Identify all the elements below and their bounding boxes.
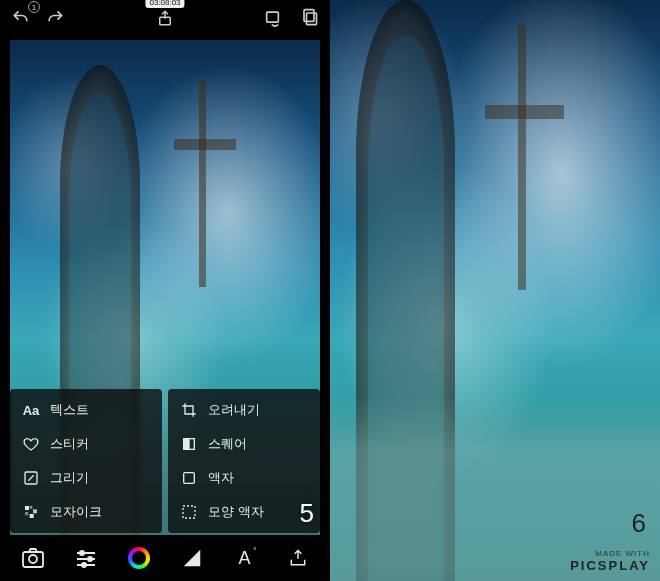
text-aa-icon: Aa xyxy=(22,401,40,419)
page-number-left: 5 xyxy=(300,498,314,529)
menu-item-label: 스티커 xyxy=(50,435,89,453)
svg-point-17 xyxy=(88,557,92,561)
menu-item-label: 스퀘어 xyxy=(208,435,247,453)
timestamp-pill: 03:08:03 xyxy=(145,0,184,8)
top-toolbar-left: 1 xyxy=(10,7,66,29)
page-number-right: 6 xyxy=(632,508,646,539)
svg-rect-8 xyxy=(25,512,28,515)
result-cross-h xyxy=(485,105,564,119)
pencil-icon xyxy=(22,469,40,487)
menu-item-crop[interactable]: 오려내기 xyxy=(168,393,320,427)
svg-rect-12 xyxy=(184,473,195,484)
menu-item-label: 오려내기 xyxy=(208,401,260,419)
svg-point-15 xyxy=(29,555,37,563)
svg-rect-7 xyxy=(33,509,37,513)
result-panel: 6 MADE WITH PICSPLAY xyxy=(330,0,660,581)
menu-item-label: 텍스트 xyxy=(50,401,89,419)
menu-item-label: 모자이크 xyxy=(50,503,102,521)
undo-button[interactable]: 1 xyxy=(10,7,32,29)
result-cross-v xyxy=(518,23,526,290)
menu-item-label: 액자 xyxy=(208,469,234,487)
compare-button[interactable] xyxy=(264,7,286,29)
adjust-button[interactable] xyxy=(70,542,102,574)
layers-button[interactable] xyxy=(298,7,320,29)
compare-icon xyxy=(265,9,285,27)
tool-menu-col-2: 오려내기 스퀘어 액자 모양 액자 xyxy=(168,389,320,533)
menu-item-shape-frame[interactable]: 모양 액자 xyxy=(168,495,320,529)
top-toolbar: 1 03:08:03 xyxy=(0,0,330,36)
levels-icon xyxy=(181,547,203,569)
menu-item-sticker[interactable]: 스티커 xyxy=(10,427,162,461)
menu-item-frame[interactable]: 액자 xyxy=(168,461,320,495)
canvas-cross-h xyxy=(174,139,236,150)
svg-rect-6 xyxy=(30,506,33,509)
menu-item-label: 모양 액자 xyxy=(208,503,264,521)
share-up-icon xyxy=(156,8,174,28)
menu-item-draw[interactable]: 그리기 xyxy=(10,461,162,495)
svg-point-16 xyxy=(80,551,84,555)
text-a-icon: A° xyxy=(238,548,250,569)
menu-item-square[interactable]: 스퀘어 xyxy=(168,427,320,461)
crop-icon xyxy=(180,401,198,419)
share-button[interactable]: 03:08:03 xyxy=(154,7,176,29)
camera-button[interactable] xyxy=(17,542,49,574)
sliders-icon xyxy=(74,547,98,569)
watermark-brand: PICSPLAY xyxy=(570,558,650,573)
canvas-cross-v xyxy=(199,80,206,288)
menu-item-mosaic[interactable]: 모자이크 xyxy=(10,495,162,529)
redo-button[interactable] xyxy=(44,7,66,29)
svg-rect-2 xyxy=(304,10,314,22)
tool-menu-col-1: Aa 텍스트 스티커 그리기 모자이크 xyxy=(10,389,162,533)
bottom-toolbar: A° xyxy=(0,535,330,581)
svg-rect-1 xyxy=(267,12,279,22)
camera-icon xyxy=(21,547,45,569)
top-toolbar-right xyxy=(264,7,320,29)
watermark: MADE WITH PICSPLAY xyxy=(570,549,650,573)
editor-panel: 1 03:08:03 Aa xyxy=(0,0,330,581)
undo-icon xyxy=(11,8,31,28)
svg-rect-5 xyxy=(25,506,29,510)
svg-rect-11 xyxy=(184,439,189,450)
tool-menu: Aa 텍스트 스티커 그리기 모자이크 xyxy=(10,389,320,533)
export-button[interactable] xyxy=(282,542,314,574)
color-button[interactable] xyxy=(123,542,155,574)
layers-icon xyxy=(299,8,319,28)
svg-rect-3 xyxy=(307,13,317,25)
menu-item-text[interactable]: Aa 텍스트 xyxy=(10,393,162,427)
undo-badge: 1 xyxy=(28,1,40,13)
mosaic-icon xyxy=(22,503,40,521)
watermark-made: MADE WITH xyxy=(570,549,650,558)
svg-rect-13 xyxy=(183,506,195,518)
svg-point-18 xyxy=(82,563,86,567)
text-tool-button[interactable]: A° xyxy=(229,542,261,574)
frame-icon xyxy=(180,469,198,487)
shape-frame-icon xyxy=(180,503,198,521)
export-icon xyxy=(288,547,308,569)
menu-item-label: 그리기 xyxy=(50,469,89,487)
redo-icon xyxy=(45,8,65,28)
color-ring-icon xyxy=(128,547,150,569)
levels-button[interactable] xyxy=(176,542,208,574)
heart-icon xyxy=(22,435,40,453)
square-half-icon xyxy=(180,435,198,453)
svg-rect-9 xyxy=(30,514,34,518)
